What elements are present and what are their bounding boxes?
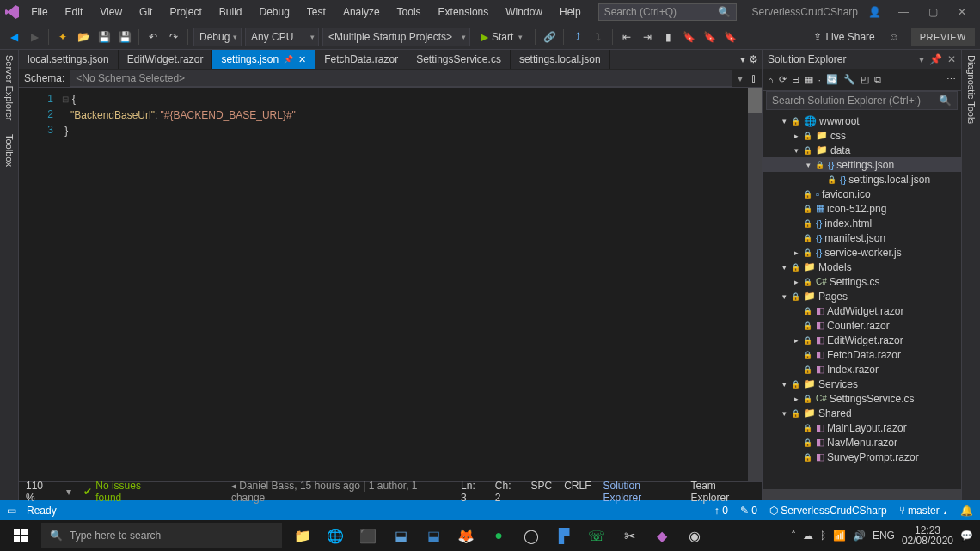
tree-item[interactable]: 🔒◧NavMenu.razor (763, 435, 961, 450)
publish-indicator[interactable]: ↑ 0 (714, 505, 728, 517)
tree-item[interactable]: 🔒◧MainLayout.razor (763, 420, 961, 435)
tree-item[interactable]: ▾🔒📁Pages (763, 289, 961, 303)
home-icon[interactable]: ⌂ (768, 75, 774, 85)
tree-item[interactable]: ▸🔒C#Settings.cs (763, 274, 961, 289)
step-into-icon[interactable]: ⤵ (590, 28, 607, 46)
menu-file[interactable]: File (22, 3, 56, 21)
tree-item[interactable]: ▸🔒📁css (763, 128, 961, 143)
tab-FetchData-razor[interactable]: FetchData.razor (315, 50, 407, 69)
explorer-icon[interactable]: 📁 (287, 520, 318, 551)
panel-dropdown-icon[interactable]: ▾ (919, 53, 924, 65)
tray-up-icon[interactable]: ˄ (791, 530, 796, 542)
steam-icon[interactable]: ◯ (516, 520, 547, 551)
tree-item[interactable]: 🔒{}settings.local.json (763, 172, 961, 187)
onedrive-icon[interactable]: ☁ (803, 530, 813, 542)
tab-SettingsService-cs[interactable]: SettingsService.cs (407, 50, 511, 69)
toolbox-tab[interactable]: Toolbox (4, 134, 15, 167)
branch-indicator[interactable]: ⑂ master ▴ (899, 505, 948, 517)
minimize-button[interactable]: — (889, 1, 918, 23)
tree-item[interactable]: ▸🔒{}service-worker.js (763, 245, 961, 260)
tab-settings-icon[interactable]: ⚙ (749, 53, 758, 65)
start-button-win[interactable] (0, 520, 41, 551)
tree-item[interactable]: ▾🔒📁Shared (763, 406, 961, 420)
tree-item[interactable]: ▸🔒◧EditWidget.razor (763, 333, 961, 347)
sync-icon[interactable]: ⟳ (779, 74, 787, 85)
tree-item[interactable]: ▸🔒C#SettingsService.cs (763, 391, 961, 406)
volume-icon[interactable]: 🔊 (853, 530, 866, 542)
redo-button[interactable]: ↷ (165, 28, 182, 46)
new-project-button[interactable]: ✦ (54, 28, 71, 46)
tree-item[interactable]: 🔒▦icon-512.png (763, 201, 961, 216)
show-all-icon[interactable]: ▦ (805, 74, 813, 85)
back-button[interactable]: ◀ (5, 28, 22, 46)
save-button[interactable]: 💾 (95, 28, 113, 46)
terminal-icon[interactable]: ⬛ (352, 520, 383, 551)
refresh-icon[interactable]: 🔄 (826, 74, 838, 85)
tree-item[interactable]: 🔒{}index.html (763, 216, 961, 230)
copy-icon[interactable]: ⧉ (874, 74, 881, 85)
no-issues-badge[interactable]: ✔No issues found (83, 480, 168, 504)
vs-taskbar-icon[interactable]: ◆ (646, 520, 677, 551)
tree-item[interactable]: 🔒◧AddWidget.razor (763, 303, 961, 318)
tree-item[interactable]: ▾🔒📁Models (763, 260, 961, 274)
obs-icon[interactable]: ◉ (679, 520, 710, 551)
bookmark2-icon[interactable]: 🔖 (701, 28, 718, 46)
maximize-button[interactable]: ▢ (918, 1, 947, 23)
tree-item[interactable]: ▾🔒🌐wwwroot (763, 113, 961, 128)
changes-indicator[interactable]: ✎ 0 (740, 505, 757, 517)
split-icon[interactable]: ⫿ (751, 72, 756, 84)
outdent-icon[interactable]: ⇤ (618, 28, 635, 46)
menu-view[interactable]: View (91, 3, 131, 21)
startup-select[interactable]: <Multiple Startup Projects> (322, 28, 470, 46)
menu-analyze[interactable]: Analyze (334, 3, 389, 21)
properties-icon[interactable]: 🔧 (843, 74, 855, 85)
pin-icon[interactable]: 📌 (929, 53, 942, 65)
menu-help[interactable]: Help (551, 3, 590, 21)
platform-select[interactable]: Any CPU (245, 28, 319, 46)
vscode2-icon[interactable]: ⬓ (418, 520, 449, 551)
notifications-icon[interactable]: 🔔 (960, 505, 973, 517)
tab-EditWidget-razor[interactable]: EditWidget.razor (119, 50, 213, 69)
start-button[interactable]: ▶Start▾ (474, 31, 530, 43)
solution-tree[interactable]: ▾🔒🌐wwwroot▸🔒📁css▾🔒📁data▾🔒{}settings.json… (763, 112, 961, 489)
tab-local-settings-json[interactable]: local.settings.json (19, 50, 119, 69)
repo-indicator[interactable]: ⬡ ServerlessCrudCSharp (769, 505, 887, 517)
tab-overflow-icon[interactable]: ▾ (740, 53, 745, 65)
comment-icon[interactable]: ▮ (659, 28, 677, 46)
undo-button[interactable]: ↶ (144, 28, 162, 46)
menu-edit[interactable]: Edit (57, 3, 92, 21)
schema-dropdown-icon[interactable]: ▾ (738, 72, 743, 84)
wifi-icon[interactable]: 📶 (833, 530, 846, 542)
bluetooth-icon[interactable]: ᛒ (820, 530, 826, 542)
account-icon[interactable]: 👤 (860, 1, 889, 23)
menu-project[interactable]: Project (161, 3, 210, 21)
code-editor[interactable]: 123 ⊟{ "BackendBaseUrl": "#{BACKEND_BASE… (19, 88, 762, 481)
schema-select[interactable]: <No Schema Selected> (70, 70, 732, 87)
open-button[interactable]: 📂 (75, 28, 92, 46)
tab-settings-json[interactable]: settings.json📌✕ (212, 50, 315, 69)
browser-link-icon[interactable]: 🔗 (541, 28, 558, 46)
menu-build[interactable]: Build (211, 3, 251, 21)
collapse-icon[interactable]: ⊟ (792, 74, 799, 85)
menu-test[interactable]: Test (298, 3, 334, 21)
menu-window[interactable]: Window (497, 3, 551, 21)
vscode-icon[interactable]: ⬓ (385, 520, 416, 551)
feedback-icon[interactable]: ☺ (885, 28, 903, 46)
tree-item[interactable]: 🔒▫favicon.ico (763, 187, 961, 201)
menu-debug[interactable]: Debug (250, 3, 297, 21)
quick-search-input[interactable]: Search (Ctrl+Q) 🔍 (598, 3, 737, 21)
team-explorer-tab-bottom[interactable]: Team Explorer (690, 480, 755, 504)
language-indicator[interactable]: ENG (873, 530, 895, 542)
zoom-level[interactable]: 110 % (26, 480, 54, 504)
menu-extensions[interactable]: Extensions (430, 3, 498, 21)
forward-button[interactable]: ▶ (26, 28, 43, 46)
close-button[interactable]: ✕ (947, 1, 977, 23)
bookmark-icon[interactable]: 🔖 (680, 28, 697, 46)
snip-icon[interactable]: ✂ (614, 520, 645, 551)
server-explorer-tab[interactable]: Server Explorer (4, 55, 15, 120)
spotify-icon[interactable]: ● (483, 520, 514, 551)
taskbar-search[interactable]: 🔍Type here to search (41, 523, 282, 548)
output-icon[interactable]: ▭ (7, 505, 16, 517)
editor-scrollbar[interactable] (748, 88, 762, 481)
config-select[interactable]: Debug (193, 28, 242, 46)
